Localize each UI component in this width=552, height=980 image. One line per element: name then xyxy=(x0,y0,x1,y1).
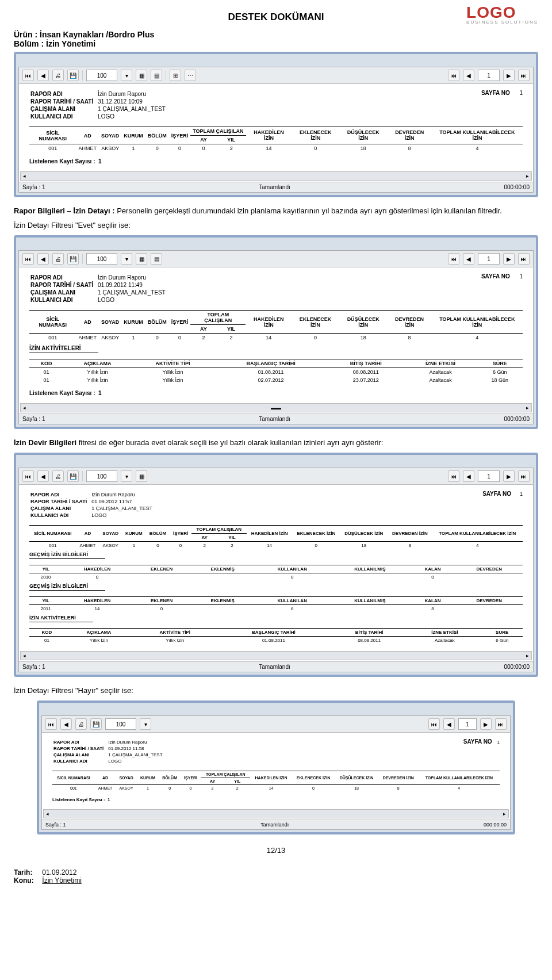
activity-subheader: İZİN AKTİVİTELERİ xyxy=(29,615,93,622)
page-input[interactable]: 1 xyxy=(478,70,500,81)
horizontal-scrollbar[interactable]: ◂▸ xyxy=(20,651,532,660)
table-row: 01Yıllık İzinYıllık İzin01.08.201108.08.… xyxy=(29,368,523,377)
print-button[interactable]: 🖨 xyxy=(52,470,64,482)
report-toolbar: ⏮ ◀ 🖨 💾 100 ▾ ▦ ▤ ⊞ ⋯ ⏮ ◀ 1 ▶ ⏭ xyxy=(19,67,533,84)
nav-prev-button[interactable]: ◀ xyxy=(37,70,49,81)
page-prev-button[interactable]: ◀ xyxy=(463,253,474,265)
page-last-button[interactable]: ⏭ xyxy=(518,253,530,265)
fit-page-button[interactable]: ▦ xyxy=(136,70,147,81)
zoom-combo[interactable]: 100 xyxy=(86,253,117,265)
screenshot-report-1: ⏮ ◀ 🖨 💾 100 ▾ ▦ ▤ ⊞ ⋯ ⏮ ◀ 1 ▶ ⏭ xyxy=(14,52,538,197)
screenshot-report-2: ⏮ ◀ 🖨 💾 100 ▾ ▦ ▤ ⏮ ◀ 1 ▶ ⏭ RAPOR ADIİ xyxy=(14,235,538,429)
page-prev-button[interactable]: ◀ xyxy=(463,70,474,81)
nav-prev-button[interactable]: ◀ xyxy=(37,470,49,482)
nav-first-button[interactable]: ⏮ xyxy=(22,253,34,265)
screenshot-report-4: ⏮ ◀ 🖨 💾 100 ▾ ⏮ ◀ 1 ▶ ⏭ RAPOR ADIİzin Du… xyxy=(37,700,515,834)
table-row: 001AHMETAKSOY 100 0214 0188 4 xyxy=(29,144,523,153)
page-first-button[interactable]: ⏮ xyxy=(448,70,459,81)
product-block: Ürün : İnsan Kaynakları /Bordro Plus Böl… xyxy=(14,30,538,48)
save-button[interactable]: 💾 xyxy=(67,70,79,81)
save-button[interactable]: 💾 xyxy=(67,253,79,265)
table-row: 01Yıllık İzinYıllık İzin02.07.201223.07.… xyxy=(29,376,523,384)
section-label: Bölüm xyxy=(14,39,39,48)
zoom-combo[interactable]: 100 xyxy=(86,70,117,81)
activity-table: KODAÇIKLAMAAKTİVİTE TİPİ BAŞLANGIÇ TARİH… xyxy=(29,359,523,384)
horizontal-scrollbar[interactable]: ◂▸ xyxy=(43,809,509,818)
horizontal-scrollbar[interactable]: ◂▸ xyxy=(20,171,532,181)
nav-first-button[interactable]: ⏮ xyxy=(22,470,34,482)
fit-width-button[interactable]: ▤ xyxy=(151,253,162,265)
logo-subtitle: BUSINESS SOLUTIONS xyxy=(466,20,538,25)
nav-prev-button[interactable]: ◀ xyxy=(37,253,49,265)
print-button[interactable]: 🖨 xyxy=(52,253,64,265)
paragraph-4: İzin Detayı Filtresi "Hayır" seçilir ise… xyxy=(14,686,538,695)
status-bar: Sayfa : 1Tamamlandı000:00:00 xyxy=(19,182,533,192)
product-value: : İnsan Kaynakları /Bordro Plus xyxy=(35,30,155,39)
report-header-left: RAPOR ADIİzin Durum Raporu RAPOR TARİHİ … xyxy=(29,90,170,121)
fit-width-button[interactable]: ▤ xyxy=(151,70,162,81)
page-title: DESTEK DOKÜMANI xyxy=(14,12,538,23)
print-button[interactable]: 🖨 xyxy=(52,70,64,81)
screenshot-report-3: ⏮ ◀ 🖨 💾 100 ▾ ▦ ⏮ ◀ 1 ▶ ⏭ RAPOR ADIİzin … xyxy=(14,453,538,677)
horizontal-scrollbar[interactable]: ◂▬▬▸ xyxy=(20,403,532,412)
paragraph-3: İzin Devir Bilgileri fitresi de eğer bur… xyxy=(14,438,538,447)
report-header-right: SAYFA NO 1 xyxy=(481,90,523,121)
product-label: Ürün xyxy=(14,30,33,39)
page-last-button[interactable]: ⏭ xyxy=(518,70,530,81)
zoom-combo[interactable]: 100 xyxy=(86,470,117,482)
paragraph-1: Rapor Bilgileri – İzin Detayı : Personel… xyxy=(14,206,538,215)
history-table: YILHAKEDİLENEKLENENEKLENMİŞKULLANILANKUL… xyxy=(29,565,523,581)
options-button[interactable]: ⋯ xyxy=(185,70,196,81)
page-next-button[interactable]: ▶ xyxy=(503,253,515,265)
page-next-button[interactable]: ▶ xyxy=(503,70,515,81)
layout-button[interactable]: ⊞ xyxy=(170,70,181,81)
history-subheader: GEÇMİŞ İZİN BİLGİLERİ xyxy=(29,552,105,559)
section-value: : İzin Yönetimi xyxy=(41,39,95,48)
history-subheader-2: GEÇMİŞ İZİN BİLGİLERİ xyxy=(29,583,105,591)
footer-credentials: Tarih: 01.09.2012 Konu: İzin Yönetimi xyxy=(14,868,538,885)
save-button[interactable]: 💾 xyxy=(67,470,79,482)
zoom-dropdown-icon[interactable]: ▾ xyxy=(121,253,132,265)
fit-page-button[interactable]: ▦ xyxy=(136,253,147,265)
page-number: 12/13 xyxy=(14,846,538,855)
page-input[interactable]: 1 xyxy=(478,253,500,265)
brand-logo: LOGO BUSINESS SOLUTIONS xyxy=(466,3,538,25)
page-first-button[interactable]: ⏮ xyxy=(448,253,459,265)
table-row: 001AHMETAKSOY 1002 2140 1884 xyxy=(29,334,523,342)
listed-count: Listelenen Kayıt Sayısı : 1 xyxy=(29,158,523,164)
activity-subheader: İZİN AKTİVİTELERİ xyxy=(29,345,98,353)
zoom-dropdown-icon[interactable]: ▾ xyxy=(121,70,132,81)
paragraph-2: İzin Detayı Filtresi "Evet" seçilir ise: xyxy=(14,221,538,229)
main-data-table: SİCİL NUMARASIADSOYAD KURUMBÖLÜMİŞYERİ T… xyxy=(29,127,523,152)
nav-first-button[interactable]: ⏮ xyxy=(22,70,34,81)
